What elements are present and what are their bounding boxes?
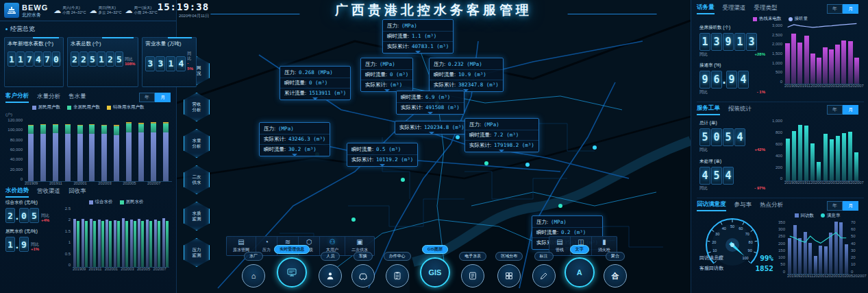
- bar-pair[interactable]: [98, 220, 104, 267]
- legend-label: 回访数: [801, 213, 815, 219]
- bar[interactable]: [836, 136, 840, 180]
- map-circle-水厂[interactable]: 水厂⌂: [242, 252, 265, 288]
- stacked-bar[interactable]: [126, 122, 132, 181]
- bar[interactable]: [817, 162, 821, 180]
- bar-pair[interactable]: [122, 218, 128, 267]
- kpi-label: 营业水量 (万吨): [145, 40, 193, 47]
- bar-pair[interactable]: [90, 219, 96, 267]
- stacked-bar[interactable]: [151, 122, 156, 181]
- toggle-order-0[interactable]: 年: [827, 105, 843, 115]
- tab-order-1[interactable]: 报装统计: [728, 105, 752, 115]
- map-circle-区域分布[interactable]: 区域分布: [495, 252, 523, 288]
- stacked-bar[interactable]: [163, 122, 169, 181]
- tab-call-0[interactable]: 话务量: [697, 3, 715, 14]
- svg-text:20: 20: [712, 240, 716, 244]
- stacked-bar[interactable]: [89, 124, 95, 181]
- x-tick: 202007: [153, 267, 166, 274]
- kpi-card-0: 本年新增水表数 (个)117470: [4, 37, 64, 87]
- bar[interactable]: [804, 126, 808, 180]
- bar[interactable]: [786, 139, 790, 180]
- map-circle-实时受理信息[interactable]: 实时受理信息: [274, 245, 310, 288]
- tab-price-0[interactable]: 水价趋势: [5, 187, 29, 198]
- stacked-bar[interactable]: [77, 125, 83, 181]
- stacked-bar[interactable]: [65, 124, 71, 181]
- tab-price-1[interactable]: 营收渠道: [37, 187, 60, 197]
- x-tick: 202005: [837, 180, 850, 187]
- digit: 5: [115, 51, 123, 67]
- map-circle-电子水表[interactable]: 电子水表: [459, 252, 486, 288]
- map-circle-GIS图层[interactable]: GIS图层GIS: [420, 245, 450, 288]
- map-circle-标注[interactable]: 标注: [532, 252, 556, 288]
- toggle-visit-1[interactable]: 月: [843, 201, 858, 211]
- hex-menu-item-3[interactable]: 二次供水: [184, 165, 210, 194]
- bar-pair[interactable]: [138, 219, 144, 267]
- stacked-bar[interactable]: [40, 124, 46, 181]
- tab-customer-0[interactable]: 客户分析: [5, 92, 29, 103]
- map-circle-办件中心[interactable]: 办件中心: [384, 252, 411, 288]
- y-tick: 120,000: [8, 118, 23, 122]
- map-circle-聚合[interactable]: 聚合合: [604, 252, 627, 288]
- tab-visit-2[interactable]: 热点分析: [760, 201, 783, 211]
- stacked-bar[interactable]: [28, 125, 34, 181]
- bar-segment: [163, 124, 169, 132]
- hex-menu-item-1[interactable]: 营收分析: [184, 93, 210, 121]
- map-circle-文字[interactable]: 文字A: [565, 245, 595, 288]
- bar-pair[interactable]: [130, 220, 136, 267]
- stacked-bar[interactable]: [138, 123, 144, 181]
- tab-price-2[interactable]: 回收率: [69, 187, 86, 197]
- stat-value-row: 2.05同比+4%: [5, 208, 59, 223]
- legend-swatch: [89, 200, 93, 204]
- bar-pair[interactable]: [73, 219, 79, 267]
- bar[interactable]: [792, 131, 796, 180]
- tab-call-1[interactable]: 受理渠道: [723, 4, 746, 14]
- stacked-bar[interactable]: [53, 124, 58, 181]
- 区域分布-icon: [497, 264, 521, 288]
- digit: 0: [19, 208, 29, 223]
- bar[interactable]: [854, 152, 858, 180]
- legend-item: 非居民用户数: [67, 104, 100, 110]
- digital-value: 225125: [71, 51, 123, 67]
- tab-visit-1[interactable]: 参与率: [734, 201, 752, 211]
- toggle-customer-0[interactable]: 年: [139, 93, 155, 102]
- tab-call-2[interactable]: 受理类型: [754, 4, 778, 14]
- bar-pair[interactable]: [106, 220, 112, 267]
- bar-pair[interactable]: [82, 219, 88, 267]
- tab-order-0[interactable]: 服务工单: [697, 104, 720, 115]
- tab-visit-0[interactable]: 回访满意度: [697, 200, 726, 211]
- hex-menu-item-2[interactable]: 水量分析: [184, 129, 210, 158]
- bar-segment: [89, 125, 95, 134]
- bar[interactable]: [823, 134, 828, 180]
- toggle-customer-1[interactable]: 月: [155, 93, 171, 102]
- toggle-call-0[interactable]: 年: [827, 4, 843, 14]
- bar-pair[interactable]: [114, 220, 120, 267]
- tab-customer-2[interactable]: 售水量: [69, 93, 86, 102]
- y-axis: 2.521.510.50: [62, 207, 73, 267]
- yoy-badge: 同比108%: [125, 57, 135, 67]
- bar[interactable]: [830, 139, 834, 180]
- bar-pair[interactable]: [146, 220, 152, 267]
- water-price-panel: 水价趋势营收渠道回收率 综合水价 (元/吨)2.05同比+4%居民水价 (元/吨…: [0, 185, 176, 268]
- stacked-bar[interactable]: [114, 125, 119, 181]
- bar-pair[interactable]: [154, 220, 160, 267]
- bar[interactable]: [798, 125, 802, 180]
- hex-menu-item-5[interactable]: 压力监测: [184, 238, 210, 267]
- toggle-call-1[interactable]: 月: [843, 4, 858, 14]
- bar[interactable]: [842, 133, 846, 180]
- bar-segment: [28, 126, 34, 134]
- toggle-visit-0[interactable]: 年: [827, 201, 843, 211]
- stacked-bar[interactable]: [101, 125, 107, 181]
- kpi-value-row: 3314同比- 5%: [145, 51, 193, 71]
- map-circle-车辆[interactable]: 车辆: [351, 252, 375, 288]
- tab-customer-1[interactable]: 水量分析: [37, 93, 60, 102]
- bar[interactable]: [848, 132, 852, 180]
- map-circle-人员[interactable]: 人员: [319, 252, 342, 288]
- stat-label: 未处理 (单): [699, 159, 765, 165]
- y-tick: 40: [851, 242, 856, 246]
- toggle-order-1[interactable]: 月: [843, 105, 858, 115]
- bar[interactable]: [810, 143, 815, 180]
- bar-pair[interactable]: [162, 218, 169, 267]
- clock-date: 2020年04月11日: [158, 13, 209, 19]
- customer-chart-unit: (户): [0, 112, 176, 118]
- y-tick: 100,000: [8, 128, 23, 132]
- hex-menu-item-4[interactable]: 水质监测: [184, 202, 210, 231]
